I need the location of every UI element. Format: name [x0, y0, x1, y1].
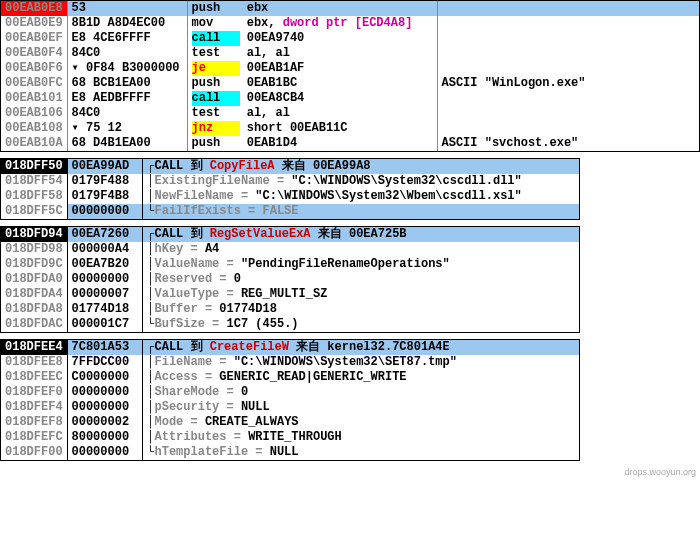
stack-addr[interactable]: 018DFF50 — [1, 159, 67, 174]
stack-desc: │pSecurity = NULL — [142, 400, 579, 415]
stack-value: 00EA99AD — [67, 159, 142, 174]
addr-cell[interactable]: 00EAB0E8 — [1, 1, 67, 16]
stack-table-2[interactable]: 018DFD9400EA7260┌CALL 到 RegSetValueExA 来… — [1, 227, 579, 332]
stack-desc: │Buffer = 01774D18 — [142, 302, 579, 317]
watermark-text: drops.wooyun.org — [0, 467, 700, 478]
comment-cell — [437, 91, 699, 106]
stack-desc: └hTemplateFile = NULL — [142, 445, 579, 460]
stack-table-3[interactable]: 018DFEE47C801A53┌CALL 到 CreateFileW 来自 k… — [1, 340, 579, 460]
stack-value: 7C801A53 — [67, 340, 142, 355]
stack-addr[interactable]: 018DFEF4 — [1, 400, 67, 415]
stack-addr[interactable]: 018DFD94 — [1, 227, 67, 242]
stack-row[interactable]: 018DFEFC80000000│Attributes = WRITE_THRO… — [1, 430, 579, 445]
stack-row[interactable]: 018DFD98000000A4│hKey = A4 — [1, 242, 579, 257]
stack-row[interactable]: 018DFD9400EA7260┌CALL 到 RegSetValueExA 来… — [1, 227, 579, 242]
stack-addr[interactable]: 018DFDAC — [1, 317, 67, 332]
stack-addr[interactable]: 018DFF58 — [1, 189, 67, 204]
stack-table-1[interactable]: 018DFF5000EA99AD┌CALL 到 CopyFileA 来自 00E… — [1, 159, 579, 219]
stack-row[interactable]: 018DFEF800000002│Mode = CREATE_ALWAYS — [1, 415, 579, 430]
stack-value: 80000000 — [67, 430, 142, 445]
stack-pane-createfile: 018DFEE47C801A53┌CALL 到 CreateFileW 来自 k… — [0, 339, 580, 461]
disasm-row[interactable]: 00EAB0FC 68 BCB1EA00push 0EAB1BCASCII "W… — [1, 76, 699, 91]
bytes-cell: ▾ 75 12 — [67, 121, 187, 136]
stack-value: 000001C7 — [67, 317, 142, 332]
stack-addr[interactable]: 018DFD98 — [1, 242, 67, 257]
stack-desc: │Reserved = 0 — [142, 272, 579, 287]
addr-cell[interactable]: 00EAB106 — [1, 106, 67, 121]
stack-addr[interactable]: 018DFF54 — [1, 174, 67, 189]
bytes-cell: E8 4CE6FFFF — [67, 31, 187, 46]
stack-row[interactable]: 018DFDA801774D18│Buffer = 01774D18 — [1, 302, 579, 317]
stack-row[interactable]: 018DFD9C00EA7B20│ValueName = "PendingFil… — [1, 257, 579, 272]
stack-addr[interactable]: 018DFD9C — [1, 257, 67, 272]
disasm-row[interactable]: 00EAB101 E8 AEDBFFFFcall 00EA8CB4 — [1, 91, 699, 106]
addr-cell[interactable]: 00EAB0EF — [1, 31, 67, 46]
disasm-row[interactable]: 00EAB0E9 8B1D A8D4EC00mov ebx, dword ptr… — [1, 16, 699, 31]
stack-row[interactable]: 018DFEECC0000000│Access = GENERIC_READ|G… — [1, 370, 579, 385]
stack-value: 01774D18 — [67, 302, 142, 317]
addr-cell[interactable]: 00EAB0FC — [1, 76, 67, 91]
stack-row[interactable]: 018DFEF400000000│pSecurity = NULL — [1, 400, 579, 415]
stack-desc: │ShareMode = 0 — [142, 385, 579, 400]
stack-row[interactable]: 018DFF0000000000└hTemplateFile = NULL — [1, 445, 579, 460]
comment-cell — [437, 121, 699, 136]
stack-desc: │ExistingFileName = "C:\WINDOWS\System32… — [142, 174, 579, 189]
disassembly-pane: 00EAB0E8 53push ebx00EAB0E9 8B1D A8D4EC0… — [0, 0, 700, 152]
stack-addr[interactable]: 018DFEE4 — [1, 340, 67, 355]
stack-row[interactable]: 018DFEE87FFDCC00│FileName = "C:\WINDOWS\… — [1, 355, 579, 370]
addr-cell[interactable]: 00EAB108 — [1, 121, 67, 136]
stack-addr[interactable]: 018DFDA0 — [1, 272, 67, 287]
stack-addr[interactable]: 018DFDA8 — [1, 302, 67, 317]
disasm-row[interactable]: 00EAB106 84C0test al, al — [1, 106, 699, 121]
stack-desc: │NewFileName = "C:\WINDOWS\System32\Wbem… — [142, 189, 579, 204]
addr-cell[interactable]: 00EAB0F6 — [1, 61, 67, 76]
comment-cell — [437, 61, 699, 76]
disasm-row[interactable]: 00EAB0F4 84C0test al, al — [1, 46, 699, 61]
stack-desc: │hKey = A4 — [142, 242, 579, 257]
disasm-row[interactable]: 00EAB0F6▾ 0F84 B3000000je 00EAB1AF — [1, 61, 699, 76]
addr-cell[interactable]: 00EAB10A — [1, 136, 67, 151]
stack-desc: └BufSize = 1C7 (455.) — [142, 317, 579, 332]
stack-addr[interactable]: 018DFEF8 — [1, 415, 67, 430]
stack-addr[interactable]: 018DFF5C — [1, 204, 67, 219]
stack-value: C0000000 — [67, 370, 142, 385]
stack-value: 0179F488 — [67, 174, 142, 189]
instr-cell: mov ebx, dword ptr [ECD4A8] — [187, 16, 437, 31]
stack-addr[interactable]: 018DFEF0 — [1, 385, 67, 400]
addr-cell[interactable]: 00EAB0E9 — [1, 16, 67, 31]
instr-cell: call 00EA9740 — [187, 31, 437, 46]
stack-row[interactable]: 018DFEF000000000│ShareMode = 0 — [1, 385, 579, 400]
disassembly-table[interactable]: 00EAB0E8 53push ebx00EAB0E9 8B1D A8D4EC0… — [1, 1, 699, 151]
stack-row[interactable]: 018DFEE47C801A53┌CALL 到 CreateFileW 来自 k… — [1, 340, 579, 355]
bytes-cell: 84C0 — [67, 106, 187, 121]
stack-row[interactable]: 018DFF5C00000000└FailIfExists = FALSE — [1, 204, 579, 219]
comment-cell — [437, 46, 699, 61]
stack-desc: ┌CALL 到 CopyFileA 来自 00EA99A8 — [142, 159, 579, 174]
bytes-cell: 84C0 — [67, 46, 187, 61]
stack-desc: ┌CALL 到 RegSetValueExA 来自 00EA725B — [142, 227, 579, 242]
stack-pane-copyfile: 018DFF5000EA99AD┌CALL 到 CopyFileA 来自 00E… — [0, 158, 580, 220]
stack-row[interactable]: 018DFF580179F4B8│NewFileName = "C:\WINDO… — [1, 189, 579, 204]
disasm-row[interactable]: 00EAB108▾ 75 12jnz short 00EAB11C — [1, 121, 699, 136]
disasm-row[interactable]: 00EAB0EF E8 4CE6FFFFcall 00EA9740 — [1, 31, 699, 46]
disasm-row[interactable]: 00EAB10A 68 D4B1EA00push 0EAB1D4ASCII "s… — [1, 136, 699, 151]
stack-desc: │Mode = CREATE_ALWAYS — [142, 415, 579, 430]
bytes-cell: 68 BCB1EA00 — [67, 76, 187, 91]
stack-addr[interactable]: 018DFEE8 — [1, 355, 67, 370]
addr-cell[interactable]: 00EAB0F4 — [1, 46, 67, 61]
addr-cell[interactable]: 00EAB101 — [1, 91, 67, 106]
stack-row[interactable]: 018DFDA400000007│ValueType = REG_MULTI_S… — [1, 287, 579, 302]
instr-cell: push 0EAB1D4 — [187, 136, 437, 151]
comment-cell — [437, 16, 699, 31]
stack-row[interactable]: 018DFDAC000001C7└BufSize = 1C7 (455.) — [1, 317, 579, 332]
disasm-row[interactable]: 00EAB0E8 53push ebx — [1, 1, 699, 16]
stack-row[interactable]: 018DFF5000EA99AD┌CALL 到 CopyFileA 来自 00E… — [1, 159, 579, 174]
stack-row[interactable]: 018DFDA000000000│Reserved = 0 — [1, 272, 579, 287]
stack-addr[interactable]: 018DFF00 — [1, 445, 67, 460]
comment-cell — [437, 31, 699, 46]
comment-cell: ASCII "WinLogon.exe" — [437, 76, 699, 91]
stack-addr[interactable]: 018DFEEC — [1, 370, 67, 385]
stack-row[interactable]: 018DFF540179F488│ExistingFileName = "C:\… — [1, 174, 579, 189]
stack-addr[interactable]: 018DFEFC — [1, 430, 67, 445]
stack-addr[interactable]: 018DFDA4 — [1, 287, 67, 302]
